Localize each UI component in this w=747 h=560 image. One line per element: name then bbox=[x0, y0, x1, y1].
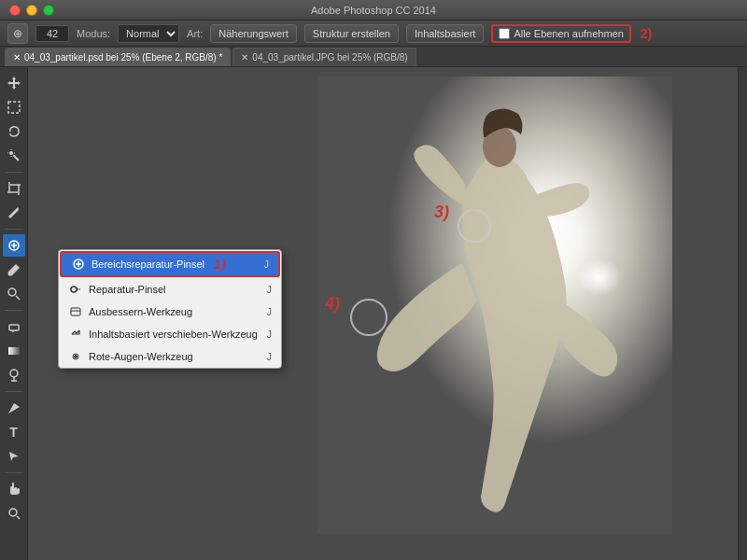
ausbessern-label: Ausbessern-Werkzeug bbox=[89, 306, 192, 317]
modus-label: Modus: bbox=[77, 28, 110, 39]
svg-rect-1 bbox=[12, 155, 19, 161]
tab-bar: ✕ 04_03_partikel.psd bei 25% (Ebene 2, R… bbox=[0, 47, 747, 67]
tab-jpg-text: 04_03_partikel.JPG bei 25% (RGB/8) bbox=[252, 52, 407, 63]
alle-ebenen-checkbox-group[interactable]: Alle Ebenen aufnehmen bbox=[491, 24, 630, 43]
rect-marquee-tool[interactable] bbox=[3, 96, 25, 119]
context-menu: Bereichsreparatur-Pinsel 1) J Reparatur-… bbox=[58, 249, 282, 369]
svg-point-29 bbox=[71, 287, 77, 292]
close-button[interactable] bbox=[9, 5, 21, 16]
brush-size-input[interactable]: 42 bbox=[35, 25, 69, 42]
healing-brush-tool[interactable] bbox=[3, 234, 25, 257]
annotation-3-label: 3) bbox=[434, 203, 449, 222]
svg-rect-30 bbox=[71, 308, 80, 315]
separator-2 bbox=[5, 229, 23, 230]
inhaltsbasiert-shortcut: J bbox=[267, 329, 273, 340]
brush-tool[interactable] bbox=[3, 259, 25, 281]
roteaugen-icon bbox=[68, 349, 83, 364]
eyedropper-tool[interactable] bbox=[3, 202, 25, 224]
svg-point-21 bbox=[9, 509, 17, 516]
bereichsreparatur-icon bbox=[71, 257, 86, 272]
options-bar: ⊕ 42 Modus: Normal Art: Näherungswert St… bbox=[0, 21, 747, 47]
app-title: Adobe Photoshop CC 2014 bbox=[311, 5, 436, 16]
text-tool[interactable]: T bbox=[3, 421, 25, 443]
circle-4 bbox=[350, 299, 388, 336]
svg-rect-15 bbox=[9, 325, 19, 330]
svg-point-2 bbox=[9, 151, 13, 155]
move-tool[interactable] bbox=[3, 72, 25, 94]
tab-psd-text: 04_03_partikel.psd bei 25% (Ebene 2, RGB… bbox=[24, 52, 222, 63]
crop-tool[interactable] bbox=[3, 177, 25, 200]
toolbar: T bbox=[0, 67, 28, 560]
svg-point-14 bbox=[8, 288, 16, 296]
lasso-tool[interactable] bbox=[3, 120, 25, 143]
tab-jpg-label: ✕ bbox=[241, 52, 248, 63]
alle-ebenen-label: Alle Ebenen aufnehmen bbox=[514, 28, 623, 39]
inhaltsbasiert-label: Inhaltsbasiert verschieben-Werkzeug bbox=[89, 329, 258, 340]
bereichsreparatur-label: Bereichsreparatur-Pinsel bbox=[92, 259, 204, 270]
inhaltsbasiert-icon bbox=[68, 327, 83, 342]
svg-point-18 bbox=[10, 370, 18, 377]
svg-point-33 bbox=[75, 356, 78, 358]
dodge-tool[interactable] bbox=[3, 364, 25, 386]
svg-rect-0 bbox=[8, 102, 20, 113]
pen-tool[interactable] bbox=[3, 397, 25, 419]
roteaugen-label: Rote-Augen-Werkzeug bbox=[89, 351, 193, 362]
maximize-button[interactable] bbox=[43, 5, 54, 16]
tab-jpg[interactable]: ✕ 04_03_partikel.JPG bei 25% (RGB/8) bbox=[233, 48, 416, 66]
menu-item-inhaltsbasiert[interactable]: Inhaltsbasiert verschieben-Werkzeug J bbox=[59, 323, 281, 345]
clone-stamp-tool[interactable] bbox=[3, 283, 25, 305]
annotation-4-label: 4) bbox=[325, 294, 340, 314]
svg-line-22 bbox=[17, 516, 20, 519]
minimize-button[interactable] bbox=[26, 5, 37, 16]
eraser-tool[interactable] bbox=[3, 315, 25, 338]
separator-5 bbox=[5, 472, 23, 473]
brush-size-box: 42 bbox=[35, 25, 69, 42]
main-area: T bbox=[0, 67, 747, 560]
ausbessern-icon bbox=[68, 304, 83, 319]
ausbessern-shortcut: J bbox=[267, 306, 273, 317]
gradient-tool[interactable] bbox=[3, 340, 25, 362]
annotation-2: 2) bbox=[641, 26, 652, 41]
text-tool-icon: T bbox=[9, 425, 18, 440]
circle-3 bbox=[458, 209, 491, 243]
inhaltsbasiert-button[interactable]: Inhaltsbasiert bbox=[406, 24, 484, 43]
annotation-1: 1) bbox=[214, 257, 225, 272]
separator-3 bbox=[5, 310, 23, 311]
window-controls[interactable] bbox=[9, 5, 54, 16]
right-panel bbox=[738, 67, 747, 560]
reparatur-icon bbox=[68, 282, 83, 297]
brush-preset-picker[interactable]: ⊕ bbox=[7, 23, 28, 44]
roteaugen-shortcut: J bbox=[267, 351, 273, 362]
struktur-button[interactable]: Struktur erstellen bbox=[304, 24, 399, 43]
path-select-tool[interactable] bbox=[3, 445, 25, 468]
alle-ebenen-checkbox[interactable] bbox=[499, 28, 510, 39]
modus-select[interactable]: Normal bbox=[118, 24, 179, 43]
reparatur-shortcut: J bbox=[267, 284, 273, 295]
menu-item-ausbessern[interactable]: Ausbessern-Werkzeug J bbox=[59, 301, 281, 323]
magic-wand-tool[interactable] bbox=[3, 145, 25, 167]
canvas-area[interactable]: 3) 4) Bereichsreparatur-Pinsel 1) J Repa… bbox=[28, 67, 738, 560]
bereichsreparatur-shortcut: J bbox=[264, 259, 270, 270]
tab-psd-label: ✕ bbox=[13, 52, 21, 63]
zoom-tool[interactable] bbox=[3, 502, 25, 525]
separator-1 bbox=[5, 172, 23, 173]
svg-rect-17 bbox=[8, 347, 20, 355]
reparatur-label: Reparatur-Pinsel bbox=[89, 284, 166, 295]
art-label: Art: bbox=[187, 28, 203, 39]
hand-tool[interactable] bbox=[3, 478, 25, 500]
naherungswert-button[interactable]: Näherungswert bbox=[210, 24, 297, 43]
titlebar: Adobe Photoshop CC 2014 bbox=[0, 0, 747, 21]
separator-4 bbox=[5, 391, 23, 392]
tab-psd[interactable]: ✕ 04_03_partikel.psd bei 25% (Ebene 2, R… bbox=[5, 48, 231, 66]
menu-item-roteaugen[interactable]: Rote-Augen-Werkzeug J bbox=[59, 345, 281, 368]
menu-item-bereichsreparatur[interactable]: Bereichsreparatur-Pinsel 1) J bbox=[60, 251, 280, 277]
menu-item-reparatur[interactable]: Reparatur-Pinsel J bbox=[59, 278, 281, 301]
